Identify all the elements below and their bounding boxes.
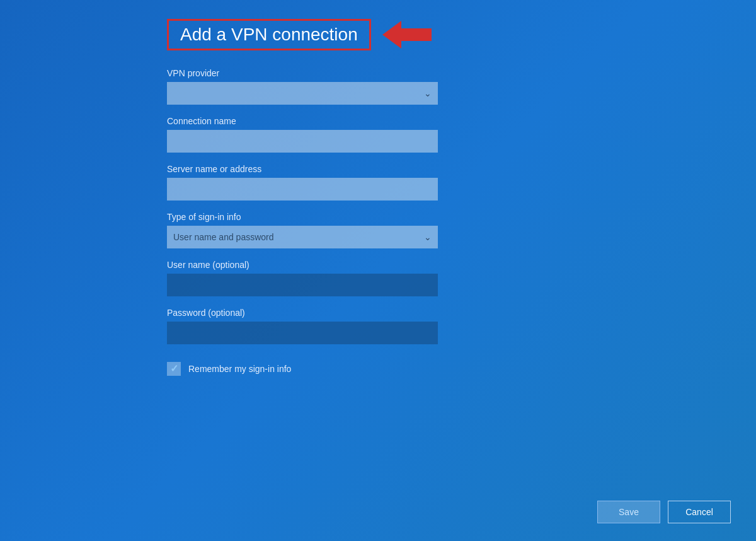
password-group: Password (optional)	[167, 308, 756, 344]
server-name-group: Server name or address	[167, 164, 756, 201]
password-label: Password (optional)	[167, 308, 756, 318]
save-button[interactable]: Save	[597, 501, 660, 523]
connection-name-input[interactable]	[167, 130, 438, 153]
remember-signin-row: ✓ Remember my sign-in info	[167, 362, 756, 376]
connection-name-label: Connection name	[167, 116, 756, 126]
vpn-provider-label: VPN provider	[167, 68, 756, 78]
arrow-head	[382, 21, 401, 49]
button-row: Save Cancel	[597, 501, 731, 523]
password-input[interactable]	[167, 322, 438, 344]
server-name-label: Server name or address	[167, 164, 756, 174]
page-title: Add a VPN connection	[180, 25, 358, 45]
sign-in-type-label: Type of sign-in info	[167, 212, 756, 222]
title-box: Add a VPN connection	[167, 19, 371, 50]
vpn-form-container: Add a VPN connection VPN provider Window…	[0, 0, 756, 541]
vpn-form: VPN provider Windows (built-in) Other ⌄ …	[167, 68, 756, 395]
sign-in-type-group: Type of sign-in info User name and passw…	[167, 212, 756, 248]
arrow-body	[400, 28, 432, 41]
arrow-icon	[382, 21, 432, 49]
checkmark-icon: ✓	[170, 364, 178, 374]
vpn-provider-group: VPN provider Windows (built-in) Other ⌄	[167, 68, 756, 105]
remember-signin-checkbox[interactable]: ✓	[167, 362, 181, 376]
username-label: User name (optional)	[167, 260, 756, 270]
vpn-provider-select-wrapper: Windows (built-in) Other ⌄	[167, 82, 438, 105]
server-name-input[interactable]	[167, 178, 438, 201]
title-row: Add a VPN connection	[167, 19, 756, 50]
vpn-provider-select[interactable]: Windows (built-in) Other	[167, 82, 438, 105]
username-group: User name (optional)	[167, 260, 756, 296]
sign-in-type-select[interactable]: User name and password Certificate Smart…	[167, 226, 438, 248]
sign-in-type-select-wrapper: User name and password Certificate Smart…	[167, 226, 438, 248]
username-input[interactable]	[167, 274, 438, 296]
cancel-button[interactable]: Cancel	[668, 501, 731, 523]
remember-signin-label[interactable]: Remember my sign-in info	[188, 364, 291, 374]
connection-name-group: Connection name	[167, 116, 756, 153]
